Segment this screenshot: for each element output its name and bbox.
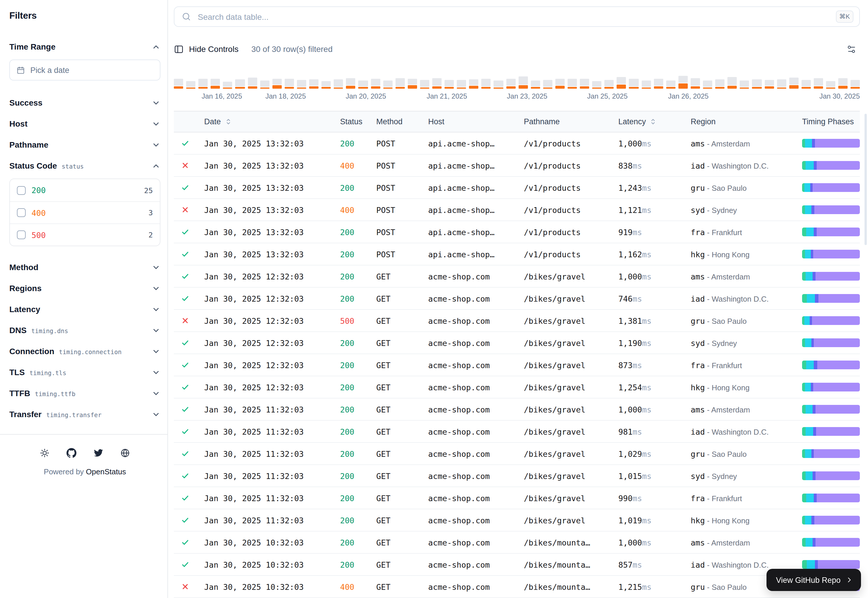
scrollbar-thumb[interactable] xyxy=(865,114,867,245)
timeline-bar[interactable] xyxy=(555,73,565,89)
table-row[interactable]: Jan 30, 2025 10:32:03 200 GET acme-shop.… xyxy=(174,531,860,554)
timeline-bar[interactable] xyxy=(801,73,811,89)
filter-section-ttfb[interactable]: TTFB timing.ttfb xyxy=(9,383,160,404)
filter-section-regions[interactable]: Regions xyxy=(9,278,160,299)
openstatus-link[interactable]: OpenStatus xyxy=(86,467,126,476)
checkbox[interactable] xyxy=(17,230,26,239)
timeline-bar[interactable] xyxy=(850,73,860,89)
timeline-bar[interactable] xyxy=(408,73,417,89)
table-row[interactable]: Jan 30, 2025 11:32:03 200 GET acme-shop.… xyxy=(174,487,860,509)
table-row[interactable]: Jan 30, 2025 13:32:03 200 POST api.acme-… xyxy=(174,177,860,199)
timeline-bar[interactable] xyxy=(383,73,392,89)
column-header-latency[interactable]: Latency xyxy=(611,117,684,126)
timeline-bar[interactable] xyxy=(605,73,614,89)
filter-section-time-range[interactable]: Time Range xyxy=(9,36,160,57)
table-row[interactable]: Jan 30, 2025 10:32:03 200 GET acme-shop.… xyxy=(174,554,860,576)
timeline-bar[interactable] xyxy=(703,73,712,89)
filter-section-latency[interactable]: Latency xyxy=(9,299,160,320)
timeline-bar[interactable] xyxy=(666,73,675,89)
timeline-bar[interactable] xyxy=(617,73,626,89)
timeline-bar[interactable] xyxy=(814,73,823,89)
view-options-button[interactable] xyxy=(842,40,860,58)
status-code-option[interactable]: 200 25 xyxy=(10,179,160,201)
website-link[interactable] xyxy=(120,447,130,458)
timeline-bar[interactable] xyxy=(789,73,798,89)
timeline-bar[interactable] xyxy=(321,73,331,89)
table-row[interactable]: Jan 30, 2025 11:32:03 200 GET acme-shop.… xyxy=(174,509,860,531)
timeline-bar[interactable] xyxy=(481,73,491,89)
timeline-bar[interactable] xyxy=(371,73,380,89)
table-row[interactable]: Jan 30, 2025 10:32:03 400 GET acme-shop.… xyxy=(174,576,860,598)
table-row[interactable]: Jan 30, 2025 12:32:03 200 GET acme-shop.… xyxy=(174,332,860,354)
timeline-bar[interactable] xyxy=(198,73,208,89)
filter-section-host[interactable]: Host xyxy=(9,113,160,134)
search-bar[interactable]: ⌘K xyxy=(174,6,860,27)
timeline-bar[interactable] xyxy=(297,73,306,89)
filter-section-success[interactable]: Success xyxy=(9,92,160,113)
timeline-bar[interactable] xyxy=(309,73,318,89)
checkbox[interactable] xyxy=(17,186,26,194)
timeline-bar[interactable] xyxy=(235,73,245,89)
timeline-bar[interactable] xyxy=(445,73,454,89)
table-row[interactable]: Jan 30, 2025 12:32:03 200 GET acme-shop.… xyxy=(174,376,860,398)
twitter-link[interactable] xyxy=(93,447,103,458)
timeline-bar[interactable] xyxy=(494,73,503,89)
timeline-bar[interactable] xyxy=(211,73,220,89)
checkbox[interactable] xyxy=(17,208,26,217)
table-row[interactable]: Jan 30, 2025 11:32:03 200 GET acme-shop.… xyxy=(174,398,860,421)
timeline-bar[interactable] xyxy=(186,73,196,89)
timeline-bar[interactable] xyxy=(691,73,700,89)
timeline-bar[interactable] xyxy=(457,73,466,89)
timeline-bar[interactable] xyxy=(728,73,737,89)
timeline-bar[interactable] xyxy=(334,73,343,89)
timeline-bar[interactable] xyxy=(678,73,688,89)
table-row[interactable]: Jan 30, 2025 13:32:03 400 POST api.acme-… xyxy=(174,199,860,221)
date-picker-input[interactable]: Pick a date xyxy=(9,60,160,81)
table-row[interactable]: Jan 30, 2025 12:32:03 200 GET acme-shop.… xyxy=(174,354,860,376)
table-row[interactable]: Jan 30, 2025 13:32:03 200 POST api.acme-… xyxy=(174,243,860,265)
timeline-bar[interactable] xyxy=(530,73,540,89)
table-row[interactable]: Jan 30, 2025 12:32:03 200 GET acme-shop.… xyxy=(174,265,860,288)
timeline-bar[interactable] xyxy=(543,73,553,89)
timeline-bar[interactable] xyxy=(285,73,294,89)
filter-section-connection[interactable]: Connection timing.connection xyxy=(9,341,160,362)
theme-toggle-button[interactable] xyxy=(39,447,50,458)
timeline-bar[interactable] xyxy=(395,73,405,89)
filter-section-transfer[interactable]: Transfer timing.transfer xyxy=(9,404,160,425)
status-code-option[interactable]: 400 3 xyxy=(10,201,160,223)
timeline-bar[interactable] xyxy=(629,73,638,89)
table-row[interactable]: Jan 30, 2025 12:32:03 500 GET acme-shop.… xyxy=(174,310,860,332)
timeline-bar[interactable] xyxy=(174,73,183,89)
table-row[interactable]: Jan 30, 2025 13:32:03 200 POST api.acme-… xyxy=(174,132,860,155)
timeline-bar[interactable] xyxy=(580,73,589,89)
github-link[interactable] xyxy=(66,447,77,458)
timeline-bar[interactable] xyxy=(826,73,835,89)
filter-section-dns[interactable]: DNS timing.dns xyxy=(9,320,160,341)
filter-section-pathname[interactable]: Pathname xyxy=(9,134,160,155)
timeline-bar[interactable] xyxy=(715,73,725,89)
timeline-bar[interactable] xyxy=(777,73,786,89)
timeline-bar[interactable] xyxy=(346,73,356,89)
timeline-bar[interactable] xyxy=(420,73,429,89)
timeline-bar[interactable] xyxy=(432,73,442,89)
timeline-bar[interactable] xyxy=(765,73,774,89)
timeline-bar[interactable] xyxy=(359,73,368,89)
timeline-bar[interactable] xyxy=(654,73,663,89)
table-row[interactable]: Jan 30, 2025 13:32:03 200 POST api.acme-… xyxy=(174,221,860,243)
table-row[interactable]: Jan 30, 2025 11:32:03 200 GET acme-shop.… xyxy=(174,465,860,487)
search-input[interactable] xyxy=(197,11,831,22)
timeline-bar[interactable] xyxy=(752,73,762,89)
timeline-bar[interactable] xyxy=(506,73,515,89)
filter-section-tls[interactable]: TLS timing.tls xyxy=(9,362,160,383)
timeline-bar[interactable] xyxy=(568,73,577,89)
timeline-bar[interactable] xyxy=(260,73,269,89)
column-header-date[interactable]: Date xyxy=(197,117,333,126)
table-row[interactable]: Jan 30, 2025 13:32:03 400 POST api.acme-… xyxy=(174,155,860,177)
timeline-bar[interactable] xyxy=(248,73,257,89)
table-row[interactable]: Jan 30, 2025 12:32:03 200 GET acme-shop.… xyxy=(174,288,860,310)
timeline-bar[interactable] xyxy=(641,73,651,89)
table-row[interactable]: Jan 30, 2025 11:32:03 200 GET acme-shop.… xyxy=(174,443,860,465)
filter-section-method[interactable]: Method xyxy=(9,257,160,278)
timeline-bar[interactable] xyxy=(518,73,527,89)
timeline-bar[interactable] xyxy=(223,73,233,89)
